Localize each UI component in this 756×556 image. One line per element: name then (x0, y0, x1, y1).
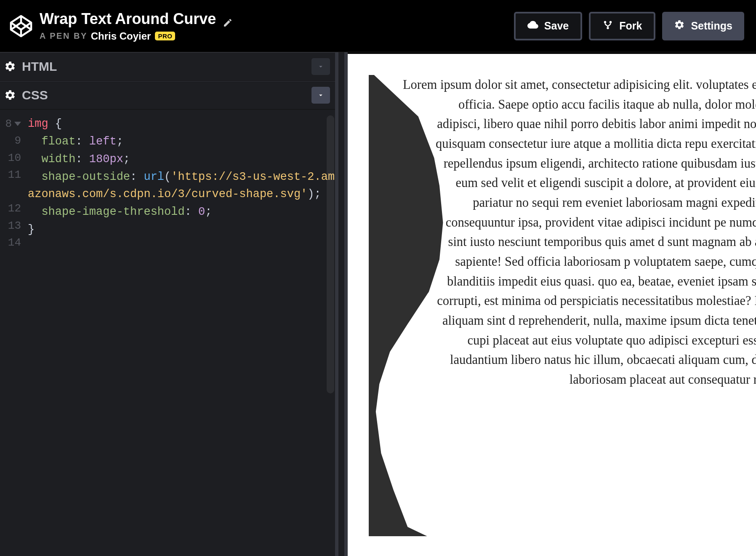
svg-point-0 (604, 21, 606, 23)
line-number: 9 (0, 132, 21, 149)
settings-button[interactable]: Settings (662, 12, 744, 40)
svg-point-2 (607, 27, 609, 29)
save-button[interactable]: Save (514, 12, 582, 40)
gear-icon[interactable] (4, 61, 16, 72)
css-editor[interactable]: 891011 121314 img { float: left; width: … (0, 110, 335, 556)
author-link[interactable]: Chris Coyier (91, 30, 151, 42)
byline-prefix: A PEN BY (40, 31, 88, 41)
panel-title-html: HTML (22, 59, 57, 74)
pen-title-row: Wrap Text Around Curve (40, 10, 514, 28)
edit-icon[interactable] (223, 14, 233, 24)
line-number: 12 (0, 200, 21, 217)
panel-head-html: HTML (0, 52, 335, 81)
collapse-toggle-css[interactable] (311, 87, 330, 104)
editors-column: HTML CSS 891011 121314 img { float: left… (0, 52, 335, 556)
code-line[interactable]: img { (28, 115, 335, 133)
code-line[interactable]: shape-outside: url('https://s3-us-west-2… (28, 168, 335, 204)
fork-label: Fork (619, 20, 642, 32)
line-gutter: 891011 121314 (0, 110, 26, 556)
gear-icon[interactable] (4, 89, 16, 101)
code-line[interactable]: } (28, 221, 335, 239)
code-line[interactable]: shape-image-threshold: 0; (28, 203, 335, 221)
code-line[interactable] (28, 239, 335, 257)
line-number: 13 (0, 217, 21, 234)
collapse-toggle-html[interactable] (311, 58, 330, 75)
byline: A PEN BY Chris Coyier PRO (40, 30, 514, 42)
main-split: HTML CSS 891011 121314 img { float: left… (0, 52, 756, 556)
codepen-logo-icon (9, 14, 33, 38)
fork-button[interactable]: Fork (589, 12, 655, 40)
panel-title-css: CSS (22, 88, 48, 102)
header-buttons: Save Fork Settings (514, 12, 744, 40)
settings-label: Settings (691, 20, 732, 32)
line-number: 10 (0, 150, 21, 166)
editor-scrollbar[interactable] (327, 115, 334, 393)
rendered-page: Lorem ipsum dolor sit amet, consectetur … (348, 54, 756, 556)
app-header: Wrap Text Around Curve A PEN BY Chris Co… (0, 0, 756, 52)
pen-title: Wrap Text Around Curve (40, 10, 216, 28)
line-number: 8 (0, 115, 21, 132)
code-line[interactable]: float: left; (28, 133, 335, 151)
code-body[interactable]: img { float: left; width: 180px; shape-o… (26, 110, 335, 556)
fork-icon (602, 19, 613, 33)
line-number: 11 (0, 166, 21, 183)
gear-icon (674, 19, 685, 33)
code-line[interactable]: width: 180px; (28, 151, 335, 168)
title-block: Wrap Text Around Curve A PEN BY Chris Co… (40, 10, 514, 42)
line-number: 14 (0, 234, 21, 251)
panel-head-css: CSS (0, 81, 335, 110)
svg-point-1 (610, 21, 612, 23)
column-splitter[interactable] (335, 52, 348, 556)
preview-pane: Lorem ipsum dolor sit amet, consectetur … (348, 52, 756, 556)
save-label: Save (544, 20, 569, 32)
pro-badge: PRO (155, 32, 175, 40)
cloud-icon (527, 19, 538, 33)
